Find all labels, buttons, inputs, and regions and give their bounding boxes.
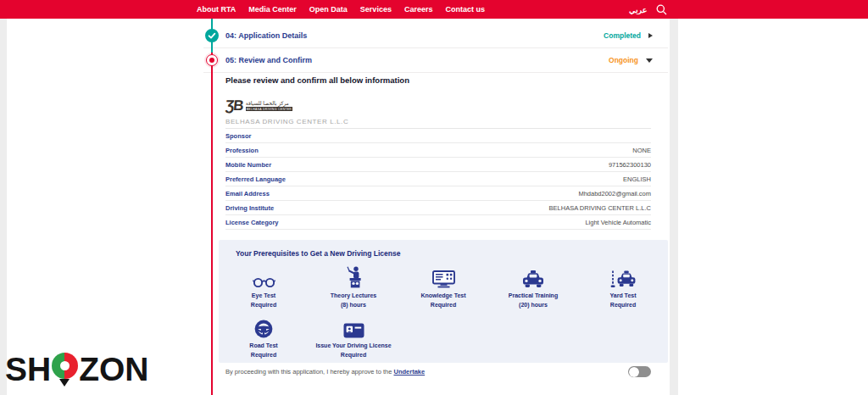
field-label: Preferred Language [225,175,286,183]
prereq-sublabel: (20) hours [519,301,548,310]
prereq-label: Practical Training [509,292,558,301]
undertake-text: By proceeding with this application, I h… [225,368,425,376]
field-label: Driving Institute [225,204,274,212]
nav-item-services[interactable]: Services [360,5,392,14]
prerequisites-title: Your Prerequisites to Get a New Driving … [236,249,400,258]
watermark-text-right: ZON [79,353,148,386]
field-label: Sponsor [225,132,251,140]
table-row: License Category Light Vehicle Automatic [225,215,651,230]
undertake-text-body: By proceeding with this application, I h… [225,368,392,376]
stepper-line-current [211,19,213,395]
table-row: Profession NONE [225,143,651,158]
toggle-knob [629,367,639,377]
nav-links: About RTA Media Center Open Data Service… [197,0,485,19]
eyeglasses-icon [253,264,275,288]
step-row-review-confirm[interactable]: 05: Review and Confirm Ongoing [203,48,668,73]
nav-item-contact-us[interactable]: Contact us [445,5,485,14]
driving-center-logo-mark: ƷB [225,97,244,114]
table-row: Mobile Number 971562300130 [225,158,651,172]
table-row: Preferred Language ENGLISH [225,172,651,186]
table-row: Sponsor [225,129,651,143]
screen-test-icon [432,264,455,288]
prerequisites-grid: Eye Test Required Theory Lectures (8) ho… [219,264,668,364]
table-row: Email Address Mhdabd2002@gmail.com [225,186,651,201]
prereq-item-eye-test: Eye Test Required [219,264,309,310]
language-switch-arabic[interactable]: عربي [629,0,647,19]
field-label: Mobile Number [225,161,271,169]
prereq-sublabel: Required [431,301,456,310]
lecturer-icon [345,264,362,288]
top-navigation-bar: About RTA Media Center Open Data Service… [0,0,868,19]
field-value: Mhdabd2002@gmail.com [578,190,651,198]
nav-item-media-center[interactable]: Media Center [248,5,297,14]
step-title: 04: Application Details [225,31,307,40]
status-badge: Completed [604,31,641,40]
field-value: ENGLISH [623,175,651,183]
prereq-item-knowledge-test: Knowledge Test Required [398,264,488,310]
prereq-label: Knowledge Test [420,292,465,301]
nav-item-open-data[interactable]: Open Data [309,5,348,14]
field-label: Email Address [225,190,270,198]
field-value: Light Vehicle Automatic [585,219,651,226]
prereq-item-road-test: Road Test Required [219,314,309,360]
steering-wheel-icon [254,314,273,338]
driving-center-logo-subtext: BELHASA DRIVING CENTER [246,107,292,111]
page-gutter-left [0,19,7,395]
car-front-icon [521,264,545,288]
watermark-text-left: SH [5,353,51,386]
search-icon[interactable] [656,3,667,19]
chevron-right-icon [648,33,653,38]
application-details-table: Sponsor Profession NONE Mobile Number 97… [225,128,651,230]
undertake-approval-row: By proceeding with this application, I h… [225,366,651,377]
field-label: Profession [225,147,259,154]
nav-item-about-rta[interactable]: About RTA [197,5,236,14]
license-card-icon [343,314,364,338]
prereq-label: Yard Test [610,292,637,301]
field-label: License Category [225,219,279,226]
driving-center-logo: ƷB مركز بالحصا للسياقة BELHASA DRIVING C… [225,97,292,114]
undertake-link[interactable]: Undertake [393,368,425,376]
step-row-application-details[interactable]: 04: Application Details Completed [203,24,668,48]
prerequisites-panel: Your Prerequisites to Get a New Driving … [219,240,668,363]
prereq-label: Eye Test [252,292,275,301]
prereq-sublabel: Required [251,351,276,360]
prereq-label: Issue Your Driving License [315,342,391,351]
table-row: Driving Institute BELHASA DRIVING CENTER… [225,201,651,215]
prereq-sublabel: Required [251,301,276,310]
driving-center-logo-arabic: مركز بالحصا للسياقة [246,101,292,107]
shozon-watermark-logo: SH ZON [5,350,149,388]
chevron-down-icon [646,58,653,63]
yard-test-car-icon [610,264,637,288]
prereq-item-issue-license: Issue Your Driving License Required [309,314,398,360]
field-value: NONE [632,147,651,154]
prereq-item-yard-test: Yard Test Required [578,264,668,310]
prereq-item-practical-training: Practical Training (20) hours [488,264,578,310]
field-value: BELHASA DRIVING CENTER L.L.C [549,204,651,212]
prereq-sublabel: Required [341,351,366,360]
location-pin-icon [52,350,78,388]
prereq-label: Road Test [249,342,277,351]
nav-item-careers[interactable]: Careers [404,5,433,14]
step-completed-check-icon [205,29,219,46]
review-section-heading: Please review and confirm all below info… [225,75,409,85]
field-value: 971562300130 [609,161,651,169]
page-gutter-right [670,19,678,395]
driving-center-name: BELHASA DRIVING CENTER L.L.C [225,118,348,125]
prereq-item-theory-lectures: Theory Lectures (8) hours [309,264,398,310]
prereq-label: Theory Lectures [331,292,376,301]
prereq-sublabel: (8) hours [341,301,366,310]
prereq-sublabel: Required [610,301,636,310]
step-ongoing-radio-icon [206,54,218,66]
undertake-toggle[interactable] [628,366,651,377]
status-badge: Ongoing [609,56,638,64]
step-title: 05: Review and Confirm [225,56,312,64]
